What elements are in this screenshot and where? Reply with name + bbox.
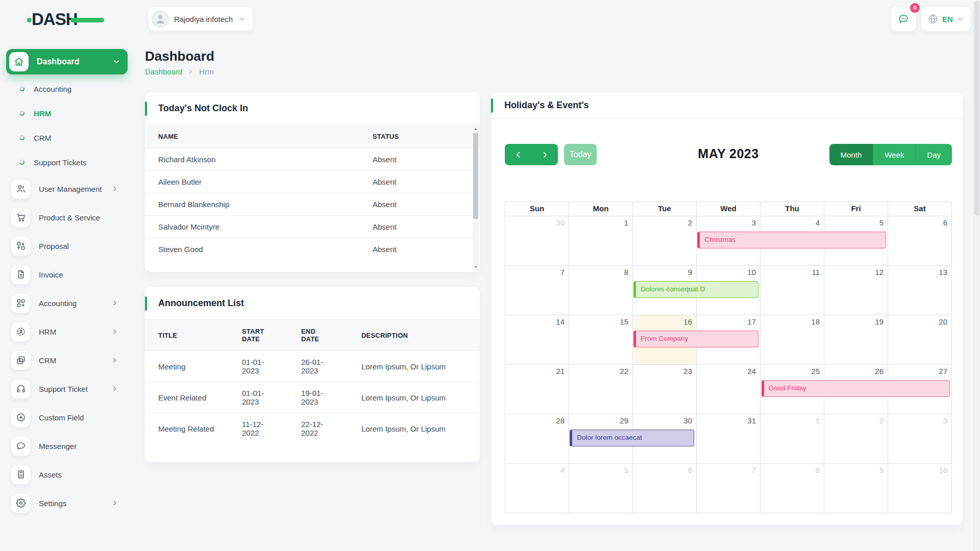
day-cell[interactable]: 11 bbox=[761, 266, 824, 315]
day-cell[interactable]: 31 bbox=[697, 414, 761, 464]
day-cell[interactable]: 21 bbox=[505, 365, 569, 414]
table-row: Aileen ButlerAbsent bbox=[145, 171, 480, 193]
calendar-event-dolores-consequat-d[interactable]: Dolores consequat D bbox=[633, 281, 758, 298]
sidebar-item-dashboard[interactable]: Dashboard bbox=[6, 49, 128, 74]
day-cell[interactable]: 20 bbox=[888, 315, 952, 365]
day-cell[interactable]: 1 bbox=[761, 414, 824, 464]
table-cell: Absent bbox=[359, 238, 480, 261]
table-cell: Meeting bbox=[145, 351, 229, 382]
day-cell[interactable]: 19 bbox=[824, 315, 888, 365]
calendar-event-dolor-lorem-occaecat[interactable]: Dolor lorem occaecat bbox=[570, 430, 694, 446]
table-cell: Lorem Ipsum, Or Lipsum bbox=[348, 382, 480, 413]
calendar-event-christmas[interactable]: Christmas bbox=[697, 232, 886, 248]
plus-circle-icon bbox=[11, 408, 30, 427]
messages-badge: 0 bbox=[910, 3, 920, 13]
subitem-label: HRM bbox=[34, 109, 51, 118]
calculator-icon bbox=[11, 465, 30, 484]
sidebar-item-hrm[interactable]: HRM bbox=[0, 317, 134, 346]
day-cell[interactable]: 4 bbox=[505, 464, 569, 513]
sidebar-item-messenger[interactable]: Messenger bbox=[0, 432, 134, 460]
day-cell[interactable]: 12 bbox=[824, 266, 888, 315]
scroll-up-icon[interactable]: ▲ bbox=[473, 127, 479, 131]
chevron-right-icon bbox=[111, 385, 118, 392]
sidebar-item-label: User Management bbox=[39, 185, 111, 193]
table-cell: Absent bbox=[359, 193, 480, 216]
hrm-icon bbox=[11, 322, 30, 341]
view-button-day[interactable]: Day bbox=[915, 144, 952, 165]
view-button-month[interactable]: Month bbox=[829, 144, 873, 165]
sidebar-subitem-hrm[interactable]: HRM bbox=[0, 101, 134, 126]
table-cell: 22-12-2022 bbox=[288, 413, 348, 444]
holidays-events-card: Holiday's & Event's Today MAY 2023 Month… bbox=[491, 92, 963, 525]
day-cell[interactable]: 3 bbox=[888, 414, 952, 464]
sidebar-item-crm[interactable]: CRM bbox=[0, 346, 134, 374]
day-cell[interactable]: 7 bbox=[697, 464, 761, 513]
company-selector[interactable]: Rajodiya infotech bbox=[149, 7, 253, 31]
column-header: START DATE bbox=[229, 320, 288, 351]
calendar-toolbar: Today MAY 2023 MonthWeekDay bbox=[505, 144, 952, 165]
day-cell[interactable]: 1 bbox=[569, 216, 633, 266]
messages-button[interactable]: 0 bbox=[891, 7, 916, 31]
day-cell[interactable]: 30 bbox=[505, 216, 569, 266]
table-row: Meeting01-01-202326-01-2023Lorem Ipsum, … bbox=[145, 351, 480, 382]
view-button-week[interactable]: Week bbox=[873, 144, 915, 165]
sidebar-subitem-support-tickets[interactable]: Support Tickets bbox=[0, 150, 134, 174]
day-cell[interactable]: 2 bbox=[633, 216, 697, 266]
day-cell[interactable]: 18 bbox=[761, 315, 824, 365]
day-cell[interactable]: 5 bbox=[569, 464, 633, 513]
day-cell[interactable]: 9 bbox=[824, 464, 888, 513]
bullet-icon bbox=[19, 135, 26, 141]
table-cell: Event Related bbox=[145, 382, 229, 413]
day-cell[interactable]: 15 bbox=[569, 315, 633, 365]
weekday-header: Thu bbox=[761, 202, 824, 216]
sidebar-item-user-management[interactable]: User Management bbox=[0, 174, 134, 203]
day-cell[interactable]: 8 bbox=[569, 266, 633, 315]
day-cell[interactable]: 28 bbox=[505, 414, 569, 464]
day-cell[interactable]: 22 bbox=[569, 365, 633, 414]
sidebar-item-label: Support Ticket bbox=[39, 385, 111, 393]
scroll-down-icon[interactable]: ▼ bbox=[473, 265, 479, 269]
card-header: Holiday's & Event's bbox=[491, 92, 963, 119]
page-scrollbar[interactable] bbox=[973, 0, 980, 551]
dashboard-submenu: AccountingHRMCRMSupport Tickets bbox=[0, 77, 134, 174]
page-scrollbar-thumb[interactable] bbox=[974, 1, 979, 215]
sidebar-subitem-crm[interactable]: CRM bbox=[0, 126, 134, 150]
sidebar-subitem-accounting[interactable]: Accounting bbox=[0, 77, 134, 101]
breadcrumb-home-link[interactable]: Dashboard bbox=[145, 67, 182, 76]
calendar-event-from-company[interactable]: From Company bbox=[633, 331, 758, 347]
sidebar-item-proposal[interactable]: Proposal bbox=[0, 232, 134, 260]
day-cell[interactable]: 23 bbox=[633, 365, 697, 414]
sidebar-item-custom-field[interactable]: Custom Field bbox=[0, 403, 134, 432]
card-title: Announcement List bbox=[158, 298, 244, 309]
day-cell[interactable]: 8 bbox=[761, 464, 824, 513]
day-cell[interactable]: 13 bbox=[888, 266, 952, 315]
not-clockin-table: NAMESTATUS Richard AtkinsonAbsentAileen … bbox=[145, 125, 480, 260]
table-scrollbar[interactable]: ▲ ▼ bbox=[473, 126, 479, 270]
day-cell[interactable]: 14 bbox=[505, 315, 569, 365]
day-cell[interactable]: 10 bbox=[888, 464, 952, 513]
day-cell[interactable]: 7 bbox=[505, 266, 569, 315]
subitem-label: Accounting bbox=[34, 85, 71, 93]
sidebar-item-product-service[interactable]: Product & Service bbox=[0, 203, 134, 232]
column-header: NAME bbox=[145, 125, 359, 148]
sidebar-item-assets[interactable]: Assets bbox=[0, 460, 134, 489]
sidebar-item-label: Messenger bbox=[39, 442, 134, 450]
scrollbar-thumb[interactable] bbox=[473, 133, 478, 219]
sidebar-item-invoice[interactable]: Invoice bbox=[0, 260, 134, 289]
sidebar-item-accounting[interactable]: Accounting bbox=[0, 289, 134, 317]
sidebar-item-settings[interactable]: Settings bbox=[0, 489, 134, 517]
chat-icon bbox=[11, 437, 30, 456]
calendar-event-good-friday[interactable]: Good Friday bbox=[762, 380, 950, 397]
sidebar-item-support-ticket[interactable]: Support Ticket bbox=[0, 374, 134, 403]
breadcrumb-current: Hrm bbox=[199, 67, 213, 76]
calendar: Today MAY 2023 MonthWeekDay SunMonTueWed… bbox=[505, 119, 952, 513]
chevron-right-icon bbox=[111, 357, 118, 364]
weekday-header: Wed bbox=[697, 202, 761, 216]
day-cell[interactable]: 2 bbox=[824, 414, 888, 464]
proposal-icon bbox=[11, 237, 30, 256]
weekday-header: Sun bbox=[505, 202, 569, 216]
language-selector[interactable]: EN bbox=[921, 7, 971, 31]
day-cell[interactable]: 24 bbox=[697, 365, 761, 414]
day-cell[interactable]: 6 bbox=[633, 464, 697, 513]
day-cell[interactable]: 6 bbox=[888, 216, 952, 266]
